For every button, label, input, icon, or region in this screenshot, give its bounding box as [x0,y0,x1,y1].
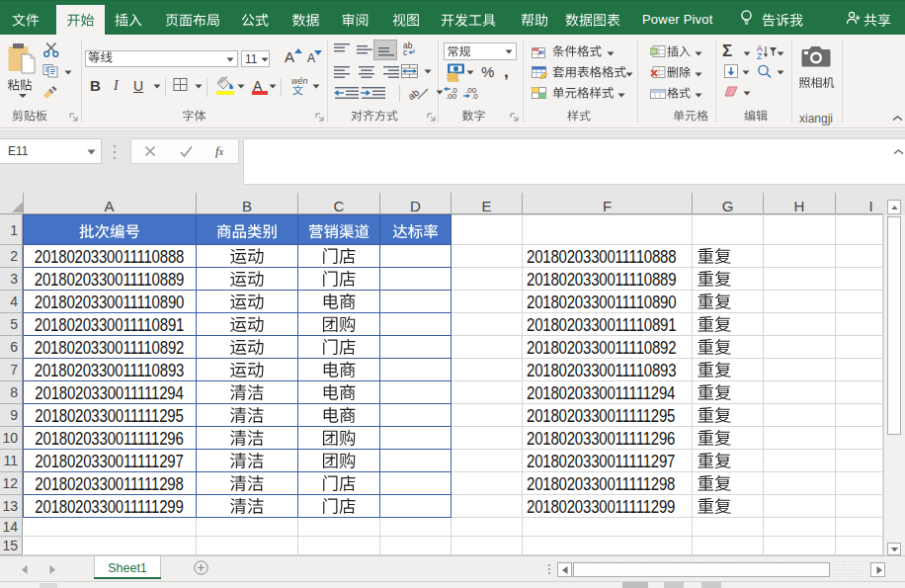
svg-text:≠: ≠ [538,49,542,56]
svg-text:ab: ab [409,87,422,101]
svg-text:.00: .00 [446,92,457,99]
svg-text:Z: Z [757,51,762,59]
svg-text:.0: .0 [471,92,478,99]
